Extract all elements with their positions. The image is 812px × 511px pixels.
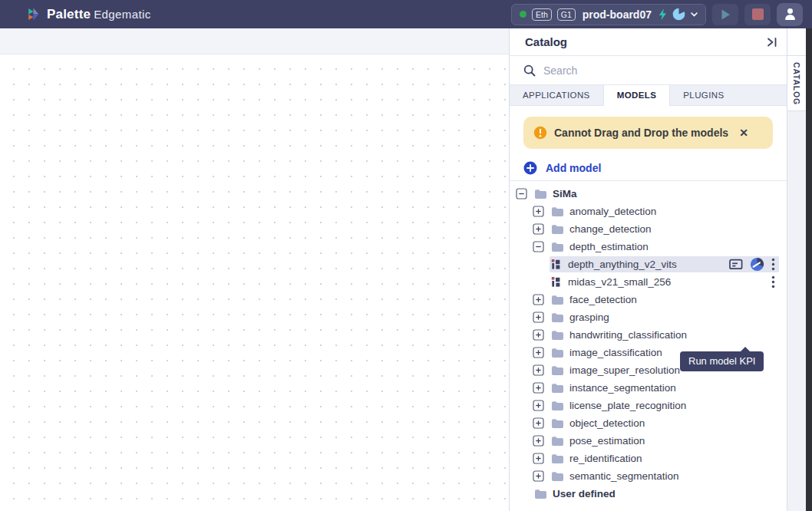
tree-row-content[interactable]: semantic_segmentation: [550, 468, 779, 484]
tree-row-content[interactable]: instance_segmentation: [550, 380, 779, 396]
tree-item-object-detection[interactable]: object_detection: [510, 414, 787, 432]
model-icon: [551, 276, 563, 288]
model-card-icon[interactable]: [729, 259, 743, 270]
tree-item-label: handwriting_classification: [569, 329, 687, 341]
tree-item-license-plate-recognition[interactable]: license_plate_recognition: [510, 397, 787, 414]
tree-item-label: re_identification: [569, 453, 642, 464]
search-icon: [523, 64, 536, 77]
catalog-tabs: APPLICATIONS MODELS PLUGINS: [510, 85, 787, 106]
tree-item-handwriting-classification[interactable]: handwriting_classification: [510, 326, 787, 344]
tree-expander[interactable]: [533, 453, 544, 464]
tree-item-anomaly-detection[interactable]: anomaly_detection: [510, 203, 787, 220]
collapse-minus-icon: [516, 188, 527, 199]
tree-item-face-detection[interactable]: face_detection: [510, 291, 787, 308]
chevron-down-icon[interactable]: [691, 12, 698, 17]
device-selector[interactable]: Eth G1 prod-board07: [511, 4, 706, 25]
folder-icon: [551, 330, 564, 341]
tree-expander[interactable]: [533, 470, 544, 482]
stop-icon: [752, 8, 764, 20]
brand-name: Palette: [47, 7, 91, 22]
tree-row-content[interactable]: grasping: [550, 309, 779, 325]
stop-button[interactable]: [744, 4, 771, 25]
warning-close-icon[interactable]: ✕: [739, 127, 748, 139]
tree-item-label: depth_estimation: [569, 241, 649, 252]
user-menu-button[interactable]: [777, 3, 803, 26]
strip-top: [787, 28, 806, 56]
tree-item-re-identification[interactable]: re_identification: [510, 450, 787, 467]
canvas-grid[interactable]: [0, 54, 509, 511]
catalog-side-tab-label: CATALOG: [792, 62, 801, 105]
tab-plugins[interactable]: PLUGINS: [670, 85, 737, 105]
tree-item-user-defined[interactable]: User defined: [510, 485, 787, 503]
tab-applications[interactable]: APPLICATIONS: [510, 85, 603, 105]
tree-item-depth-anything-v2-vits[interactable]: depth_anything_v2_vits: [510, 256, 787, 273]
folder-icon: [534, 189, 547, 199]
tree-item-semantic-segmentation[interactable]: semantic_segmentation: [510, 467, 787, 485]
tree-row-content[interactable]: depth_estimation: [550, 239, 779, 255]
tree-row-content[interactable]: anomaly_detection: [550, 203, 779, 219]
tree-expander[interactable]: [533, 435, 544, 447]
tree-item-label: anomaly_detection: [569, 206, 656, 217]
expand-plus-icon: [533, 435, 544, 447]
folder-icon: [551, 383, 564, 394]
kebab-menu-icon[interactable]: [771, 258, 775, 271]
tree-item-instance-segmentation[interactable]: instance_segmentation: [510, 379, 787, 397]
expand-plus-icon: [533, 223, 544, 235]
tree-row-content[interactable]: face_detection: [550, 292, 779, 308]
window-edge: [806, 28, 812, 511]
tree-row-content[interactable]: pose_estimation: [550, 433, 779, 449]
tree-expander[interactable]: [533, 223, 544, 235]
canvas-toolbar: [0, 28, 509, 54]
tree-expander[interactable]: [533, 417, 544, 429]
tree-item-change-detection[interactable]: change_detection: [510, 220, 787, 238]
tree-expander[interactable]: [533, 400, 544, 411]
topbar-controls: Eth G1 prod-board07: [511, 3, 803, 26]
user-icon: [783, 7, 797, 21]
tree-row-content[interactable]: license_plate_recognition: [550, 397, 779, 414]
catalog-side-tab[interactable]: CATALOG: [787, 56, 806, 111]
tree-expander[interactable]: [533, 364, 544, 376]
tree-item-grasping[interactable]: grasping: [510, 308, 787, 326]
kebab-menu-icon[interactable]: [771, 275, 775, 288]
tree-item-label: pose_estimation: [569, 435, 645, 447]
tree-row-content[interactable]: change_detection: [550, 221, 779, 237]
expand-plus-icon: [533, 347, 544, 358]
tree-item-midas-v21-small-256[interactable]: midas_v21_small_256: [510, 273, 787, 291]
tree-row-content[interactable]: handwriting_classification: [550, 327, 779, 343]
tree-row-content[interactable]: SiMa: [533, 186, 779, 202]
tree-expander[interactable]: [533, 206, 544, 217]
device-status-dot: [520, 11, 526, 18]
tree-item-sima[interactable]: SiMa: [510, 185, 787, 203]
device-badge-g1: G1: [557, 8, 576, 21]
tree-item-label: face_detection: [569, 294, 637, 305]
tree-row-content[interactable]: re_identification: [550, 450, 779, 466]
tree-expander[interactable]: [533, 241, 544, 252]
expand-plus-icon: [533, 312, 544, 323]
add-model-button[interactable]: Add model: [523, 158, 773, 178]
tab-models[interactable]: MODELS: [603, 85, 671, 106]
tree-expander[interactable]: [533, 312, 544, 323]
run-kpi-icon[interactable]: [750, 257, 764, 272]
collapse-panel-button[interactable]: [767, 37, 777, 48]
expand-plus-icon: [533, 329, 544, 341]
tree-row-content[interactable]: User defined: [533, 486, 779, 502]
tree-item-label: image_classification: [569, 347, 662, 358]
search-input[interactable]: [543, 64, 773, 77]
tree-item-depth-estimation[interactable]: depth_estimation: [510, 238, 787, 256]
folder-icon: [551, 365, 564, 376]
tree-expander[interactable]: [533, 294, 544, 305]
tree-row-content[interactable]: midas_v21_small_256: [550, 274, 779, 290]
tree-expander[interactable]: [533, 347, 544, 358]
tree-item-label: image_super_resolution: [569, 364, 680, 376]
tree-item-label: instance_segmentation: [569, 382, 676, 394]
tree-expander[interactable]: [516, 188, 527, 199]
play-icon: [721, 9, 731, 20]
tree-expander[interactable]: [533, 382, 544, 394]
model-icon: [551, 259, 563, 270]
tree-row-content[interactable]: depth_anything_v2_vits: [550, 256, 779, 272]
tree-row-content[interactable]: object_detection: [550, 415, 779, 431]
run-button[interactable]: [712, 4, 738, 25]
expand-plus-icon: [533, 294, 544, 305]
tree-expander[interactable]: [533, 329, 544, 341]
tree-item-pose-estimation[interactable]: pose_estimation: [510, 432, 787, 450]
